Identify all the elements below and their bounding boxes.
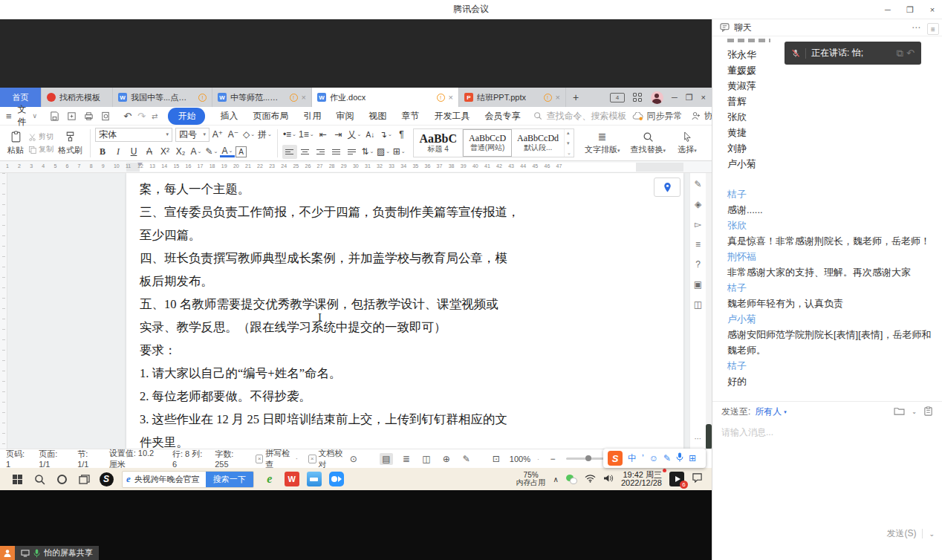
chat-message-list[interactable]: 张永华董媛媛黄淑萍普辉张欣黄捷刘静卢小菊桔子感谢......张欣真是惊喜！非常感… xyxy=(712,37,942,403)
web-view-button[interactable]: ⊕ xyxy=(440,453,453,465)
underline-button[interactable]: U xyxy=(126,145,141,159)
paragraph-mark-button[interactable]: ¶ xyxy=(394,128,409,142)
snapshot-tool-icon[interactable]: ▣ xyxy=(694,279,702,290)
ribbon-tab-章节[interactable]: 章节 xyxy=(401,110,419,123)
status-item[interactable]: 页面: 1/1 xyxy=(39,449,66,469)
emoji-icon[interactable]: ☺ xyxy=(649,453,658,463)
meeting-app-icon[interactable] xyxy=(325,468,348,490)
action-center-icon[interactable] xyxy=(692,472,703,486)
sogou-logo-icon[interactable]: S xyxy=(608,451,623,466)
voice-input-icon[interactable] xyxy=(676,452,683,465)
select-tool-icon[interactable]: ▻ xyxy=(695,219,701,229)
settings-tool-icon[interactable]: ≡ xyxy=(695,239,701,250)
tab-close-icon[interactable]: × xyxy=(302,93,306,102)
zoom-level[interactable]: 100% xyxy=(510,455,530,463)
status-item[interactable]: 节: 1/1 xyxy=(77,449,98,469)
enclose-characters-button[interactable]: A xyxy=(236,146,247,157)
cjk-layout-button[interactable]: 乂⌄ xyxy=(347,128,363,142)
task-view-button[interactable] xyxy=(73,468,95,490)
news-search-button[interactable]: 搜索一下 xyxy=(206,471,253,488)
panel-menu-icon[interactable]: ≡ xyxy=(927,23,939,35)
new-tab-button[interactable]: + xyxy=(566,88,585,107)
font-color-button[interactable]: A⌄ xyxy=(220,146,235,157)
sogou-taskbar-icon[interactable]: S xyxy=(95,468,117,490)
page-view-button[interactable]: ▤ xyxy=(380,453,393,465)
read-mode-icon[interactable]: ◫ xyxy=(694,299,702,310)
zoom-slider-thumb[interactable] xyxy=(585,455,591,461)
tab-close-icon[interactable]: × xyxy=(556,93,560,102)
vertical-ruler[interactable] xyxy=(0,173,7,449)
styles-more-icon[interactable]: ⌄ xyxy=(567,150,571,156)
file-menu[interactable]: 文件 xyxy=(18,103,27,128)
shrink-font-button[interactable]: A⁻ xyxy=(226,128,241,142)
seal-tool-icon[interactable]: ◈ xyxy=(695,199,701,209)
borders-button[interactable]: ⊞⌄ xyxy=(392,145,406,159)
keyboard-icon[interactable]: ⊞ xyxy=(689,453,696,463)
clear-format-button[interactable]: ◇⌄ xyxy=(241,128,256,142)
message-sender[interactable]: 桔子 xyxy=(727,280,933,296)
style-cell[interactable]: AaBbCcD普通(网站) xyxy=(463,129,512,157)
tab-1[interactable]: 找稻壳模板 xyxy=(42,88,113,107)
distribute-button[interactable] xyxy=(345,145,360,159)
chat-more-icon[interactable]: ⋯ xyxy=(912,22,920,33)
hamburger-icon[interactable]: ≡ xyxy=(6,111,12,122)
maximize-icon[interactable]: ❐ xyxy=(905,5,915,15)
grow-font-button[interactable]: A⁺ xyxy=(210,128,225,142)
apps-grid-icon[interactable] xyxy=(633,93,643,102)
pen-icon[interactable]: ✎ xyxy=(663,453,671,463)
wechat-tray-icon[interactable] xyxy=(566,475,577,484)
justify-button[interactable] xyxy=(329,145,344,159)
ribbon-tab-引用[interactable]: 引用 xyxy=(303,110,321,123)
copy-button[interactable]: 复制 xyxy=(28,144,53,154)
wrap-button[interactable]: ↴⌄ xyxy=(378,128,393,142)
lang-mode-icon[interactable]: 中 xyxy=(628,452,637,465)
spell-check-toggle[interactable]: × 拼写检查 · xyxy=(256,448,298,470)
sync-status-button[interactable]: 同步异常 xyxy=(632,110,682,123)
presenter-icon[interactable] xyxy=(0,546,15,560)
wps-taskbar-icon[interactable]: W xyxy=(281,468,303,490)
print-preview-icon[interactable] xyxy=(100,111,111,122)
punct-mode-icon[interactable]: ’ xyxy=(642,453,644,463)
memory-usage[interactable]: 75%内存占用 xyxy=(516,472,546,486)
redo-icon[interactable]: ↷ xyxy=(137,111,146,122)
wps-close-icon[interactable]: × xyxy=(701,93,706,102)
wps-restore-icon[interactable]: ❐ xyxy=(686,93,693,102)
help-tool-icon[interactable]: ? xyxy=(695,259,701,270)
find-replace-button[interactable]: 查找替换▾ xyxy=(630,131,666,155)
start-button[interactable] xyxy=(6,468,28,490)
select-button[interactable]: 选择▾ xyxy=(676,131,698,155)
vertical-scrollbar[interactable] xyxy=(706,173,712,449)
pinyin-guide-button[interactable]: 拼⌄ xyxy=(257,128,273,142)
style-cell[interactable]: AaBbCcDd默认段... xyxy=(512,129,565,157)
browser-green-icon[interactable]: e xyxy=(259,468,281,490)
tab-2[interactable]: W我国中等...点与启示! xyxy=(113,88,212,107)
outline-view-button[interactable]: ≣ xyxy=(400,453,413,465)
minimize-icon[interactable]: ─ xyxy=(883,5,893,14)
tab-count-button[interactable]: 4 xyxy=(610,93,625,102)
save-icon[interactable] xyxy=(49,111,60,122)
message-sender[interactable]: 桔子 xyxy=(727,358,933,374)
ribbon-tab-会员专享[interactable]: 会员专享 xyxy=(484,110,520,123)
send-to-select[interactable]: 所有人▾ xyxy=(755,406,787,418)
line-spacing-button[interactable]: ⇅⌄ xyxy=(360,145,375,159)
status-item[interactable]: 页码: 1 xyxy=(6,449,27,469)
horizontal-ruler[interactable]: 1234567891011121314151617181920212223242… xyxy=(0,161,712,173)
ribbon-tab-开发工具[interactable]: 开发工具 xyxy=(434,110,470,123)
volume-icon[interactable] xyxy=(603,472,614,486)
message-sender[interactable]: 荆怀福 xyxy=(727,249,933,264)
ink-view-button[interactable]: ✎ xyxy=(460,453,473,465)
account-avatar[interactable] xyxy=(651,91,663,104)
ribbon-tab-审阅[interactable]: 审阅 xyxy=(336,110,354,123)
taskbar-search-button[interactable] xyxy=(28,468,51,490)
font-size-select[interactable]: 四号▾ xyxy=(175,128,209,142)
tab-5[interactable]: P结班PPT.pptx!× xyxy=(459,88,566,107)
chat-input[interactable] xyxy=(712,422,942,504)
sort-button[interactable]: A↓ xyxy=(363,128,377,142)
ribbon-tab-页面布局[interactable]: 页面布局 xyxy=(253,110,288,123)
style-cell[interactable]: AaBbC标题 4 xyxy=(414,129,463,157)
shading-button[interactable]: ▨⌄ xyxy=(376,145,391,159)
message-sender[interactable]: 卢小菊 xyxy=(727,311,933,327)
file-chevron-icon[interactable]: ∨ xyxy=(33,112,38,120)
align-center-button[interactable] xyxy=(298,145,313,159)
strikethrough-button[interactable]: A xyxy=(142,145,157,159)
